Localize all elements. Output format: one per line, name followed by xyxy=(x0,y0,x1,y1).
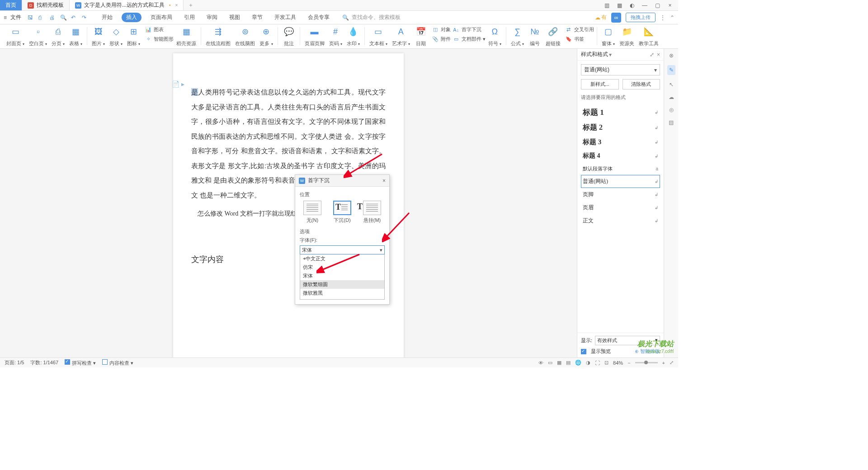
more-icon[interactable]: ⋮ xyxy=(660,14,665,21)
ribbon-页码[interactable]: #页码 ▾ xyxy=(327,26,344,47)
minimize-icon[interactable]: — xyxy=(640,1,649,10)
font-option[interactable]: 微软雅黑 Light xyxy=(300,297,384,300)
menu-tab-3[interactable]: 引用 xyxy=(181,13,198,22)
status-page[interactable]: 页面: 1/5 xyxy=(5,359,24,366)
expand-icon[interactable]: ⌃ xyxy=(670,14,675,21)
ribbon-空白页[interactable]: ▫空白页 ▾ xyxy=(27,26,49,47)
ribbon-文本框[interactable]: ▭文本框 ▾ xyxy=(368,26,389,47)
tab-add[interactable]: ＋ xyxy=(184,0,198,10)
file-menu[interactable]: 文件 xyxy=(10,14,21,21)
fullscreen-icon[interactable]: ⤢ xyxy=(670,360,674,366)
zoom-value[interactable]: 84% xyxy=(613,360,623,366)
font-option[interactable]: +中文正文 xyxy=(300,254,384,263)
style-item[interactable]: 标题 3↲ xyxy=(581,135,660,149)
save-icon[interactable]: 🖫 xyxy=(28,14,35,21)
panel-close-icon[interactable]: × xyxy=(657,52,660,58)
zoom-in-icon[interactable]: + xyxy=(662,360,665,366)
status-spell[interactable]: 拼写检查 ▾ xyxy=(65,359,96,367)
pin-icon[interactable]: ⤢ xyxy=(650,52,654,58)
ribbon-bookmark[interactable]: 🔖书签 xyxy=(565,36,594,42)
font-option[interactable]: 宋体 xyxy=(300,272,384,280)
ribbon-在线脑图[interactable]: ⊚在线脑图 xyxy=(233,26,257,47)
view-web-icon[interactable]: ▦ xyxy=(557,360,561,366)
rail-more-icon[interactable]: ⋯ xyxy=(669,347,674,353)
output-icon[interactable]: ⎙ xyxy=(38,14,46,21)
dialog-close-icon[interactable]: × xyxy=(382,178,386,184)
ribbon-日期[interactable]: 📅日期 xyxy=(413,26,429,47)
ribbon-页眉页脚[interactable]: ▬页眉页脚 xyxy=(303,26,326,47)
ribbon-表格[interactable]: ▦表格 ▾ xyxy=(67,26,84,47)
maximize-icon[interactable]: ▢ xyxy=(653,1,662,10)
zoom-slider[interactable] xyxy=(635,362,658,363)
new-style-button[interactable]: 新样式... xyxy=(581,79,619,89)
night-icon[interactable]: ◑ xyxy=(586,360,590,366)
menu-tab-7[interactable]: 开发工具 xyxy=(272,13,299,22)
ribbon-形状[interactable]: ◇形状 ▾ xyxy=(108,26,124,47)
font-option[interactable]: 微软繁细圆 xyxy=(300,280,384,289)
rail-format-icon[interactable]: ✎ xyxy=(667,65,675,75)
rail-check-icon[interactable]: ▤ xyxy=(669,119,674,126)
view-outline-icon[interactable]: ▤ xyxy=(566,360,571,366)
tab-home[interactable]: 首页 xyxy=(0,0,22,10)
ribbon-封面页[interactable]: ▭封面页 ▾ xyxy=(5,26,26,47)
cloud-sync[interactable]: ☁ 有 xyxy=(595,14,607,21)
style-item[interactable]: 标题 4↲ xyxy=(581,149,660,163)
ribbon-smartart[interactable]: ✧智能图形 xyxy=(145,36,174,42)
style-item[interactable]: 标题 1↲ xyxy=(581,104,660,120)
ribbon-公式[interactable]: ∑公式 ▾ xyxy=(509,26,526,47)
ribbon-chart[interactable]: 📊图表 xyxy=(145,26,174,33)
smart-layout-link[interactable]: ⊕ 智能排版 xyxy=(635,348,660,355)
show-select[interactable]: 有效样式▾ xyxy=(595,336,660,345)
menu-tab-1[interactable]: 插入 xyxy=(122,13,142,22)
style-item[interactable]: 标题 2↲ xyxy=(581,120,660,135)
preview-icon[interactable]: 🔍 xyxy=(60,14,67,21)
print-icon[interactable]: 🖨 xyxy=(49,14,57,21)
drag-upload-button[interactable]: 拖拽上传 xyxy=(626,13,656,22)
rail-shape-icon[interactable]: ☁ xyxy=(669,94,674,100)
menu-tab-0[interactable]: 开始 xyxy=(99,13,115,22)
redo-icon[interactable]: ↷ xyxy=(82,14,89,21)
font-option[interactable]: 仿宋 xyxy=(300,263,384,272)
menu-tab-5[interactable]: 视图 xyxy=(226,13,243,22)
menu-tab-8[interactable]: 会员专享 xyxy=(305,13,332,22)
style-item[interactable]: 正文↲ xyxy=(581,214,660,227)
command-search[interactable]: 🔍 查找命令、搜索模板 xyxy=(342,14,401,21)
menu-tab-4[interactable]: 审阅 xyxy=(204,13,220,22)
apps-icon[interactable]: ▦ xyxy=(615,1,624,10)
ribbon-crossref[interactable]: ⇄交叉引用 xyxy=(565,26,594,33)
ribbon-object[interactable]: ◫对象 A↓首字下沉 xyxy=(432,26,486,33)
style-item[interactable]: 页脚↲ xyxy=(581,188,660,201)
ribbon-批注[interactable]: 💬批注 xyxy=(281,26,297,47)
close-icon[interactable]: × xyxy=(175,3,178,8)
ribbon-超链接[interactable]: 🔗超链接 xyxy=(544,26,562,47)
current-style-select[interactable]: 普通(网站)▾ xyxy=(581,64,660,75)
preview-checkbox[interactable] xyxy=(581,349,586,354)
undo-icon[interactable]: ↶ xyxy=(71,14,78,21)
option-dropped[interactable]: T 下沉(D) xyxy=(333,201,351,224)
style-item[interactable]: 普通(网站)↲ xyxy=(581,175,660,188)
rail-locate-icon[interactable]: ◎ xyxy=(669,107,674,113)
font-dropdown[interactable]: 宋体▾ xyxy=(300,245,385,254)
rail-style-icon[interactable]: ⊗ xyxy=(669,52,674,59)
ribbon-符号[interactable]: Ω符号 ▾ xyxy=(486,26,503,47)
style-item[interactable]: 页眉↲ xyxy=(581,201,660,214)
menu-tab-6[interactable]: 章节 xyxy=(249,13,265,22)
ribbon-资源夹[interactable]: 📁资源夹 xyxy=(618,26,636,47)
hamburger-icon[interactable]: ≡ xyxy=(4,14,7,21)
rail-select-icon[interactable]: ↖ xyxy=(669,81,674,88)
status-content[interactable]: 内容检查 ▾ xyxy=(102,359,133,367)
zoom-fit-icon[interactable]: ⊡ xyxy=(604,360,609,366)
tab-document[interactable]: W 文字是人类用符...远的方式和工具 • × xyxy=(70,0,184,10)
clear-format-button[interactable]: 清除格式 xyxy=(623,79,660,89)
style-item[interactable]: 默认段落字体a xyxy=(581,163,660,175)
eye-icon[interactable]: 👁 xyxy=(538,360,543,366)
menu-tab-2[interactable]: 页面布局 xyxy=(148,13,175,22)
cloud-badge-icon[interactable]: ∞ xyxy=(611,13,621,23)
globe-icon[interactable]: 🌐 xyxy=(575,360,581,366)
ribbon-图标[interactable]: ⊞图标 ▾ xyxy=(125,26,142,47)
document-area[interactable]: 是人类用符号记录表达信息以传之久远的方式和工具。现代文字大多是记录语言的工具。人… xyxy=(0,49,577,357)
ribbon-教学工具[interactable]: 📐教学工具 xyxy=(637,26,660,47)
ribbon-窗体[interactable]: ▢窗体 ▾ xyxy=(600,26,617,47)
ribbon-attach[interactable]: 📎附件 ▭文档部件 ▾ xyxy=(432,36,486,42)
zoom-out-icon[interactable]: − xyxy=(627,360,630,366)
